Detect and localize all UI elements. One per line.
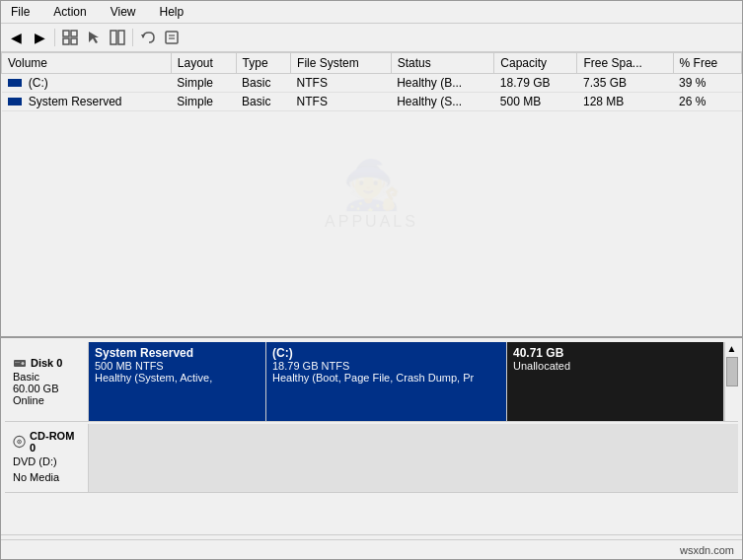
col-capacity: Capacity bbox=[494, 53, 577, 74]
cell-volume: (C:) bbox=[2, 74, 172, 93]
watermark: 🧙 APPUALS bbox=[325, 158, 418, 231]
menu-bar: File Action View Help bbox=[1, 1, 742, 24]
disk0-row: Disk 0 Basic 60.00 GB Online System Rese… bbox=[5, 342, 738, 422]
svg-rect-2 bbox=[63, 38, 69, 44]
svg-point-12 bbox=[22, 362, 25, 365]
svg-point-16 bbox=[19, 441, 20, 442]
drive-bar-icon bbox=[8, 79, 22, 87]
partition-size: 18.79 GB NTFS bbox=[272, 360, 500, 372]
menu-view[interactable]: View bbox=[105, 3, 142, 21]
disk0-status: Online bbox=[13, 394, 80, 406]
svg-rect-3 bbox=[71, 38, 77, 44]
col-filesystem: File System bbox=[291, 53, 392, 74]
svg-rect-1 bbox=[71, 31, 77, 36]
cell-status: Healthy (S... bbox=[391, 93, 494, 111]
cell-freespace: 128 MB bbox=[577, 93, 673, 111]
svg-marker-7 bbox=[141, 35, 145, 38]
grid-button[interactable] bbox=[59, 27, 81, 48]
partition-name: (C:) bbox=[272, 346, 500, 360]
status-bar: wsxdn.com bbox=[1, 539, 742, 559]
partition-health: Healthy (Boot, Page File, Crash Dump, Pr bbox=[272, 372, 500, 384]
menu-help[interactable]: Help bbox=[154, 3, 190, 21]
disk0-partitions: System Reserved 500 MB NTFS Healthy (Sys… bbox=[89, 342, 724, 421]
scrollbar-thumb[interactable] bbox=[726, 357, 738, 386]
menu-file[interactable]: File bbox=[5, 3, 36, 21]
status-text: wsxdn.com bbox=[680, 544, 734, 556]
drive-bar-icon bbox=[8, 98, 22, 105]
disk0-size: 60.00 GB bbox=[13, 383, 80, 394]
lower-panel: Disk 0 Basic 60.00 GB Online System Rese… bbox=[1, 338, 742, 559]
cdrom-area bbox=[89, 424, 738, 492]
disk0-name: Disk 0 bbox=[31, 357, 62, 369]
cell-percent: 26 % bbox=[673, 93, 741, 111]
cell-type: Basic bbox=[236, 93, 290, 111]
col-percentfree: % Free bbox=[673, 53, 741, 74]
layout-button[interactable] bbox=[107, 27, 128, 48]
partition-unallocated[interactable]: 40.71 GB Unallocated bbox=[507, 342, 724, 421]
cell-type: Basic bbox=[236, 74, 290, 93]
table-row[interactable]: (C:) Simple Basic NTFS Healthy (B... 18.… bbox=[2, 74, 742, 93]
cell-capacity: 18.79 GB bbox=[494, 74, 577, 93]
cell-layout: Simple bbox=[171, 74, 236, 93]
disk0-icon: Disk 0 bbox=[13, 357, 80, 369]
menu-action[interactable]: Action bbox=[47, 3, 92, 21]
col-type: Type bbox=[236, 53, 290, 74]
col-layout: Layout bbox=[171, 53, 236, 74]
cdrom-icon-row: CD-ROM 0 bbox=[13, 430, 80, 454]
toolbar-sep1 bbox=[54, 29, 55, 46]
svg-rect-5 bbox=[111, 31, 116, 44]
main-area: Volume Layout Type File System Status Ca… bbox=[1, 52, 742, 559]
partition-sysreserved[interactable]: System Reserved 500 MB NTFS Healthy (Sys… bbox=[89, 342, 266, 421]
cell-capacity: 500 MB bbox=[494, 93, 577, 111]
cdrom-type: DVD (D:) bbox=[13, 455, 80, 467]
cdrom0-label: CD-ROM 0 DVD (D:) No Media bbox=[5, 424, 89, 492]
partition-health: Healthy (System, Active, bbox=[95, 372, 260, 384]
partition-name: System Reserved bbox=[95, 346, 260, 360]
disk0-type: Basic bbox=[13, 371, 80, 383]
partition-name: 40.71 GB bbox=[513, 346, 717, 360]
toolbar: ◀ ▶ bbox=[1, 24, 742, 52]
col-volume: Volume bbox=[2, 53, 172, 74]
svg-rect-6 bbox=[118, 31, 124, 44]
cell-status: Healthy (B... bbox=[391, 74, 494, 93]
cell-layout: Simple bbox=[171, 93, 236, 111]
partition-size: 500 MB NTFS bbox=[95, 360, 260, 372]
svg-rect-0 bbox=[63, 31, 69, 36]
back-button[interactable]: ◀ bbox=[5, 27, 27, 48]
cell-volume: System Reserved bbox=[2, 93, 172, 111]
cdrom-name: CD-ROM 0 bbox=[30, 430, 80, 454]
partition-health: Unallocated bbox=[513, 360, 717, 372]
table-row[interactable]: System Reserved Simple Basic NTFS Health… bbox=[2, 93, 742, 111]
upper-panel: Volume Layout Type File System Status Ca… bbox=[1, 52, 742, 338]
toolbar-sep2 bbox=[132, 29, 133, 46]
cell-filesystem: NTFS bbox=[291, 93, 392, 111]
cell-freespace: 7.35 GB bbox=[577, 74, 673, 93]
scroll-arrow-up[interactable]: ▲ bbox=[725, 342, 738, 356]
cell-percent: 39 % bbox=[673, 74, 741, 93]
svg-rect-8 bbox=[166, 32, 178, 43]
undo-button[interactable] bbox=[137, 27, 159, 48]
arrow-button[interactable] bbox=[83, 27, 105, 48]
properties-button[interactable] bbox=[161, 27, 183, 48]
cdrom0-row: CD-ROM 0 DVD (D:) No Media bbox=[5, 424, 738, 493]
svg-marker-4 bbox=[89, 32, 99, 43]
partition-c[interactable]: (C:) 18.79 GB NTFS Healthy (Boot, Page F… bbox=[266, 342, 507, 421]
svg-rect-13 bbox=[15, 362, 20, 363]
disk-table: Volume Layout Type File System Status Ca… bbox=[1, 52, 742, 111]
col-freespace: Free Spa... bbox=[577, 53, 673, 74]
cdrom-status: No Media bbox=[13, 471, 80, 483]
cell-filesystem: NTFS bbox=[291, 74, 392, 93]
col-status: Status bbox=[391, 53, 494, 74]
disk0-label: Disk 0 Basic 60.00 GB Online bbox=[5, 342, 89, 421]
app-window: File Action View Help ◀ ▶ bbox=[0, 0, 743, 560]
forward-button[interactable]: ▶ bbox=[29, 27, 50, 48]
scrollbar-v[interactable]: ▲ bbox=[724, 342, 738, 421]
watermark-text: APPUALS bbox=[325, 213, 418, 231]
